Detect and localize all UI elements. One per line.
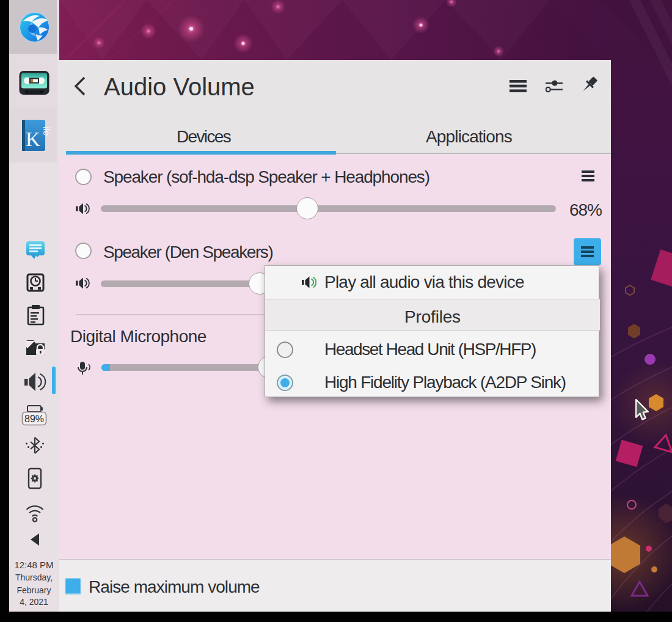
svg-text:K: K	[26, 128, 40, 150]
svg-text:ile: ile	[42, 126, 52, 136]
svg-text:89%: 89%	[24, 414, 44, 424]
